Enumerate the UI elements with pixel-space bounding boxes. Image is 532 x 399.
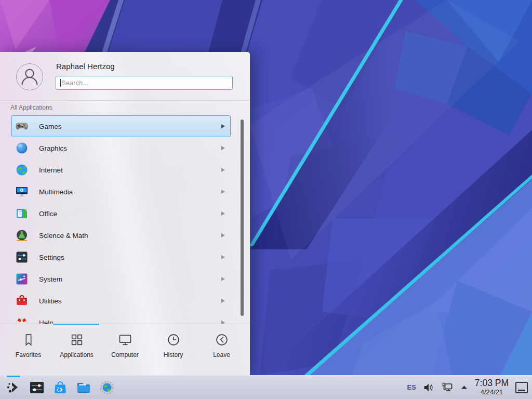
file-manager-button[interactable] — [74, 376, 93, 399]
system-icon — [15, 272, 29, 286]
tab-favorites[interactable]: Favorites — [4, 332, 52, 358]
favorites-icon — [21, 332, 36, 347]
leave-icon — [215, 332, 229, 347]
category-office[interactable]: Office — [11, 203, 231, 224]
category-label: Settings — [39, 254, 64, 261]
science-math-icon — [15, 229, 29, 242]
category-label: Office — [39, 210, 57, 218]
tab-computer[interactable]: Computer — [101, 332, 149, 358]
application-launcher-menu: Raphael Hertzog Search... All Applicatio… — [0, 52, 250, 375]
desktop: Raphael Hertzog Search... All Applicatio… — [0, 0, 532, 399]
chevron-right-icon — [221, 146, 225, 150]
category-utilities[interactable]: Utilities — [11, 290, 231, 312]
category-label: System — [39, 275, 62, 283]
category-internet[interactable]: Internet — [11, 159, 231, 181]
tab-leave[interactable]: Leave — [197, 332, 246, 358]
category-graphics[interactable]: Graphics — [11, 137, 231, 159]
category-system[interactable]: System — [11, 268, 231, 290]
chevron-right-icon — [221, 299, 225, 303]
web-browser-icon — [99, 380, 115, 395]
scrollbar-thumb[interactable] — [241, 119, 244, 316]
search-input[interactable]: Search... — [56, 76, 233, 90]
active-task-indicator — [7, 376, 20, 377]
computer-icon — [118, 332, 132, 347]
multimedia-icon — [15, 185, 29, 198]
active-tab-indicator — [54, 324, 99, 325]
category-label: Utilities — [39, 297, 62, 305]
chevron-right-icon — [221, 168, 225, 172]
system-settings-button[interactable] — [28, 376, 46, 399]
tab-history[interactable]: History — [149, 332, 197, 358]
utilities-icon — [15, 294, 29, 308]
clock[interactable]: 7:03 PM 4/24/21 — [475, 378, 509, 396]
tab-applications[interactable]: Applications — [52, 332, 101, 358]
user-avatar[interactable] — [16, 63, 43, 90]
discover-button[interactable] — [51, 376, 70, 399]
chevron-right-icon — [221, 211, 225, 216]
launcher-button[interactable] — [4, 376, 23, 399]
taskbar-app-icons — [4, 376, 116, 399]
expand-tray-icon[interactable] — [460, 383, 468, 391]
show-desktop-button[interactable] — [515, 382, 528, 393]
header-divider — [0, 100, 250, 101]
category-label: Multimedia — [39, 188, 73, 196]
discover-icon — [52, 380, 68, 395]
chevron-right-icon — [221, 277, 225, 281]
applications-icon — [70, 332, 84, 347]
tab-label: History — [164, 351, 183, 358]
taskbar: ES 7:03 PM — [0, 375, 532, 399]
section-label: All Applications — [10, 104, 52, 111]
tab-label: Applications — [60, 351, 94, 358]
network-icon[interactable] — [441, 381, 454, 394]
category-settings[interactable]: Settings — [11, 246, 231, 268]
user-name: Raphael Hertzog — [56, 62, 115, 71]
web-browser-button[interactable] — [98, 376, 116, 399]
category-label: Internet — [39, 166, 63, 174]
clock-time: 7:03 PM — [475, 378, 509, 389]
keyboard-layout-indicator[interactable]: ES — [407, 383, 416, 391]
tab-label: Leave — [213, 351, 230, 358]
system-tray: ES 7:03 PM — [407, 376, 532, 399]
category-label: Science & Math — [39, 232, 88, 240]
settings-icon — [15, 250, 29, 264]
chevron-right-icon — [221, 124, 225, 128]
category-label: Games — [39, 123, 62, 130]
office-icon — [15, 207, 29, 220]
chevron-right-icon — [221, 190, 225, 194]
text-cursor — [60, 79, 61, 87]
internet-icon — [15, 163, 29, 177]
category-label: Help — [39, 319, 54, 324]
search-placeholder: Search... — [61, 79, 88, 87]
tab-label: Computer — [111, 351, 139, 358]
system-settings-icon — [29, 380, 45, 395]
category-label: Graphics — [39, 144, 67, 152]
games-icon — [15, 119, 29, 133]
category-games[interactable]: Games — [11, 115, 231, 137]
user-icon — [17, 64, 43, 90]
category-help[interactable]: Help — [11, 312, 231, 324]
history-icon — [166, 332, 181, 347]
kickoff-launcher-icon — [6, 380, 21, 395]
category-science-math[interactable]: Science & Math — [11, 224, 231, 246]
category-list: Games Graphics Internet — [0, 113, 250, 324]
help-icon — [15, 316, 29, 324]
tab-bar: Favorites Applications Computer — [4, 332, 246, 358]
category-multimedia[interactable]: Multimedia — [11, 181, 231, 203]
tab-label: Favorites — [16, 351, 41, 358]
chevron-right-icon — [221, 233, 225, 237]
chevron-right-icon — [221, 255, 225, 259]
volume-icon[interactable] — [423, 382, 434, 393]
tabbar-divider — [0, 324, 250, 324]
clock-date: 4/24/21 — [475, 389, 509, 396]
launcher-header: Raphael Hertzog Search... — [0, 52, 250, 101]
graphics-icon — [15, 141, 29, 155]
file-manager-icon — [76, 380, 91, 395]
